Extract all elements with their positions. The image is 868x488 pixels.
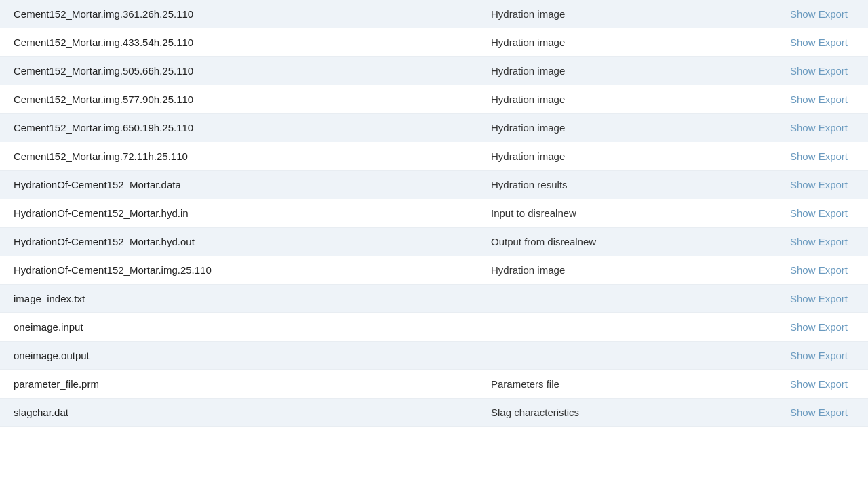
file-type: Output from disrealnew (477, 228, 738, 256)
file-type: Hydration image (477, 256, 738, 285)
file-type: Hydration image (477, 0, 738, 28)
file-type (477, 342, 738, 370)
show-export-button[interactable]: Show Export (790, 65, 848, 77)
action-cell: Show Export (738, 370, 868, 399)
file-name: Cement152_Mortar.img.505.66h.25.110 (0, 57, 477, 85)
show-export-button[interactable]: Show Export (790, 179, 848, 190)
table-row: slagchar.datSlag characteristicsShow Exp… (0, 399, 868, 427)
action-cell: Show Export (738, 199, 868, 228)
table-row: image_index.txtShow Export (0, 285, 868, 313)
file-name: HydrationOf-Cement152_Mortar.hyd.out (0, 228, 477, 256)
file-name: HydrationOf-Cement152_Mortar.data (0, 171, 477, 199)
action-cell: Show Export (738, 28, 868, 57)
show-export-button[interactable]: Show Export (790, 122, 848, 134)
table-row: HydrationOf-Cement152_Mortar.dataHydrati… (0, 171, 868, 199)
file-name: Cement152_Mortar.img.72.11h.25.110 (0, 142, 477, 171)
table-row: Cement152_Mortar.img.650.19h.25.110Hydra… (0, 114, 868, 142)
table-row: Cement152_Mortar.img.433.54h.25.110Hydra… (0, 28, 868, 57)
action-cell: Show Export (738, 114, 868, 142)
action-cell: Show Export (738, 85, 868, 114)
show-export-button[interactable]: Show Export (790, 94, 848, 105)
action-cell: Show Export (738, 285, 868, 313)
file-name: Cement152_Mortar.img.433.54h.25.110 (0, 28, 477, 57)
table-row: Cement152_Mortar.img.577.90h.25.110Hydra… (0, 85, 868, 114)
file-type: Hydration image (477, 114, 738, 142)
show-export-button[interactable]: Show Export (790, 407, 848, 418)
show-export-button[interactable]: Show Export (790, 293, 848, 304)
file-type (477, 313, 738, 342)
file-type: Input to disrealnew (477, 199, 738, 228)
file-type: Hydration image (477, 142, 738, 171)
file-table-container: Cement152_Mortar.img.361.26h.25.110Hydra… (0, 0, 868, 488)
action-cell: Show Export (738, 57, 868, 85)
table-row: HydrationOf-Cement152_Mortar.hyd.inInput… (0, 199, 868, 228)
file-name: HydrationOf-Cement152_Mortar.img.25.110 (0, 256, 477, 285)
file-name: parameter_file.prm (0, 370, 477, 399)
show-export-button[interactable]: Show Export (790, 207, 848, 219)
file-type (477, 285, 738, 313)
file-type: Slag characteristics (477, 399, 738, 427)
show-export-button[interactable]: Show Export (790, 321, 848, 333)
action-cell: Show Export (738, 313, 868, 342)
file-type: Hydration image (477, 28, 738, 57)
file-table: Cement152_Mortar.img.361.26h.25.110Hydra… (0, 0, 868, 427)
file-name: Cement152_Mortar.img.361.26h.25.110 (0, 0, 477, 28)
table-row: parameter_file.prmParameters fileShow Ex… (0, 370, 868, 399)
table-row: HydrationOf-Cement152_Mortar.hyd.outOutp… (0, 228, 868, 256)
action-cell: Show Export (738, 171, 868, 199)
table-row: oneimage.outputShow Export (0, 342, 868, 370)
action-cell: Show Export (738, 0, 868, 28)
file-type: Hydration image (477, 85, 738, 114)
show-export-button[interactable]: Show Export (790, 350, 848, 361)
table-row: Cement152_Mortar.img.72.11h.25.110Hydrat… (0, 142, 868, 171)
table-row: HydrationOf-Cement152_Mortar.img.25.110H… (0, 256, 868, 285)
action-cell: Show Export (738, 342, 868, 370)
show-export-button[interactable]: Show Export (790, 37, 848, 48)
file-type: Parameters file (477, 370, 738, 399)
show-export-button[interactable]: Show Export (790, 378, 848, 390)
show-export-button[interactable]: Show Export (790, 264, 848, 276)
action-cell: Show Export (738, 256, 868, 285)
show-export-button[interactable]: Show Export (790, 8, 848, 20)
file-name: slagchar.dat (0, 399, 477, 427)
file-name: image_index.txt (0, 285, 477, 313)
action-cell: Show Export (738, 228, 868, 256)
file-type: Hydration results (477, 171, 738, 199)
file-name: Cement152_Mortar.img.577.90h.25.110 (0, 85, 477, 114)
file-name: HydrationOf-Cement152_Mortar.hyd.in (0, 199, 477, 228)
file-name: oneimage.input (0, 313, 477, 342)
action-cell: Show Export (738, 399, 868, 427)
table-row: Cement152_Mortar.img.361.26h.25.110Hydra… (0, 0, 868, 28)
file-type: Hydration image (477, 57, 738, 85)
show-export-button[interactable]: Show Export (790, 150, 848, 162)
show-export-button[interactable]: Show Export (790, 236, 848, 247)
table-row: Cement152_Mortar.img.505.66h.25.110Hydra… (0, 57, 868, 85)
file-name: oneimage.output (0, 342, 477, 370)
action-cell: Show Export (738, 142, 868, 171)
file-name: Cement152_Mortar.img.650.19h.25.110 (0, 114, 477, 142)
table-row: oneimage.inputShow Export (0, 313, 868, 342)
